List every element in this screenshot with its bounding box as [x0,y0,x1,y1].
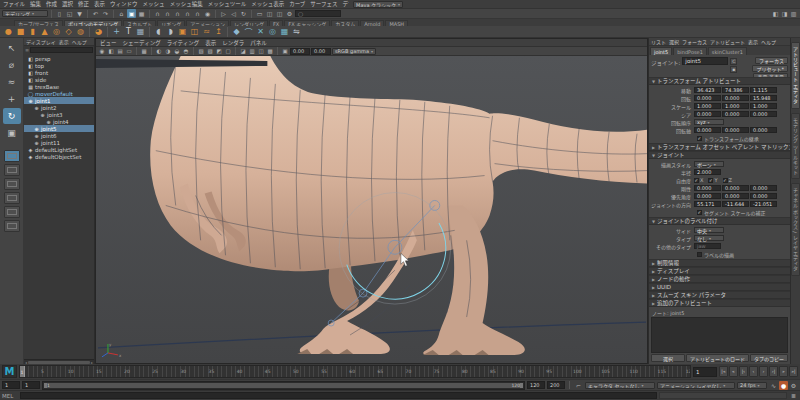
attribute-section-header[interactable]: ▼ジョイント [649,151,790,159]
attribute-editor-button[interactable]: 選択 [651,354,685,362]
snap-to-view-plane-icon[interactable]: ∩ [193,9,202,18]
outliner-item[interactable]: ▦trexBase [24,83,94,90]
outliner-item[interactable]: ⊕joint3 [24,111,94,118]
attribute-value-field[interactable]: 1.115 [750,87,777,93]
outliner-item[interactable]: ◈defaultLightSet [24,146,94,153]
layout-uv-persp[interactable] [4,220,20,232]
select-by-hierarchy-icon[interactable]: ⌂ [117,9,126,18]
attribute-value-field[interactable]: 0.000 [750,127,777,133]
image-plane-icon[interactable]: ▦ [135,26,146,37]
checkbox[interactable]: ✓ [708,178,713,183]
menu-item[interactable]: サーフェス [310,0,337,8]
lasso-tool-icon[interactable]: ⌀ [3,57,21,73]
command-line-input[interactable] [20,392,657,399]
attribute-section-header[interactable]: ▶ディスプレイ [649,267,790,275]
exposure-field[interactable]: 0.00 [290,48,310,55]
attribute-section-header[interactable]: ▶スムーズ スキン パラメータ [649,291,790,299]
select-by-component-icon[interactable]: ▦ [137,9,146,18]
menu-item[interactable]: 作成 [46,0,57,8]
range-handle-left[interactable] [44,383,47,388]
attribute-editor-menu-item[interactable]: フォーカス [682,38,707,45]
construction-history-icon[interactable]: ↻ [239,9,248,18]
wireframe-icon[interactable]: ▧ [197,47,205,55]
poly-sphere-icon[interactable]: ● [3,26,14,37]
outliner-item[interactable]: ◧persp [24,55,94,62]
attribute-editor-button[interactable]: アトリビュートのロード [686,354,749,362]
attribute-value-field[interactable]: 15.948 [750,95,777,101]
bookmarks-icon[interactable]: ▭ [125,47,133,55]
workspace-select[interactable]: Maya クラシック▾ [353,1,403,8]
select-camera-icon[interactable]: ◉ [98,47,106,55]
command-language-label[interactable]: MEL [2,393,18,399]
play-backwards-button[interactable]: ‹ [749,366,758,377]
outliner-item[interactable]: ⊕joint11 [24,139,94,146]
poly-cylinder-icon[interactable]: ▮ [27,26,38,37]
snap-to-grid-icon[interactable]: ∩ [153,9,162,18]
snap-to-projected-center-icon[interactable]: ∩ [183,9,192,18]
attribute-value-field[interactable]: 0.000 [722,193,749,199]
attribute-section-header[interactable]: ▼トランスフォーム アトリビュート [649,77,790,85]
sidebar-tab[interactable]: アトリビュート エディタ [791,42,800,109]
viewport-menu-item[interactable]: レンダラ [222,39,244,47]
render-settings-icon[interactable]: ⚙ [285,9,294,18]
target-weld-icon[interactable]: ◎ [267,26,278,37]
attribute-value-field[interactable]: 74.386 [722,87,749,93]
image-plane-icon[interactable]: ▦ [140,47,148,55]
attribute-value-field[interactable]: 1.000 [722,103,749,109]
input-connections-icon[interactable]: ▷ [219,9,228,18]
open-scene-icon[interactable]: ◱ [65,9,74,18]
outliner-menu-item[interactable]: 表示 [59,38,69,45]
poly-plane-icon[interactable]: ◇ [63,26,74,37]
snap-to-curve-icon[interactable]: ∩ [163,9,172,18]
outliner-item[interactable]: ◈defaultObjectSet [24,153,94,160]
attribute-select[interactable]: xyz▾ [694,119,724,125]
preferences-icon[interactable]: ⚙ [789,381,798,390]
layout-persp-graph[interactable] [4,206,20,218]
attribute-section-header[interactable]: ▶追加のアトリビュート [649,299,790,307]
menu-item[interactable]: カーブ [289,0,305,8]
menu-item[interactable]: メッシュ編集 [170,0,203,8]
undo-icon[interactable]: ↶ [91,9,100,18]
outliner-item[interactable]: ⊕joint4 [24,118,94,125]
mirror-icon[interactable]: ⇋ [291,26,302,37]
multi-cut-icon[interactable]: ✕ [255,26,266,37]
menu-item[interactable]: 選択 [62,0,73,8]
boolean-union-icon[interactable]: ◖ [153,26,164,37]
attribute-editor-button[interactable]: タブのコピー [750,354,788,362]
menu-item[interactable]: 修正 [78,0,89,8]
smooth-icon[interactable]: ≈ [201,26,212,37]
attribute-value-field[interactable]: 0.000 [694,185,721,191]
script-editor-icon[interactable]: ≣ [789,392,798,400]
step-back-key-button[interactable]: |‹ [739,366,748,377]
attribute-value-field[interactable]: 36.423 [694,87,721,93]
textured-icon[interactable]: ◩ [215,47,223,55]
attribute-value-field[interactable]: 1.000 [694,103,721,109]
paint-select-tool-icon[interactable]: ≈ [3,74,21,90]
playback-start-field[interactable]: 1 [22,381,40,389]
playback-end-field[interactable]: 120 [527,381,545,389]
render-view-icon[interactable]: ▭ [255,9,264,18]
move-tool-icon[interactable]: + [3,91,21,107]
viewport-menu-item[interactable]: ビュー [100,39,117,47]
go-to-start-button[interactable]: |« [719,366,728,377]
attribute-value-field[interactable]: 0.000 [722,127,749,133]
viewport-menu-item[interactable]: ライティング [167,39,200,47]
field-chart-icon[interactable]: ▥ [248,47,256,55]
menu-item[interactable]: ウィンドウ [110,0,138,8]
outliner-item[interactable]: ⊕joint5 [24,125,94,132]
attribute-editor-menu-item[interactable]: アトリビュート [710,38,745,45]
poly-torus-icon[interactable]: ◎ [51,26,62,37]
menu-item[interactable]: ファイル [3,0,25,8]
set-key-icon[interactable]: ⌐ [574,381,583,390]
attribute-section-header[interactable]: ▶UUID [649,283,790,291]
character-set-select[interactable]: キャラクタ セットなし▾ [585,382,655,389]
two-sided-lighting-icon[interactable]: ◐ [155,47,163,55]
viewport-menu-item[interactable]: シェーディング [123,39,161,47]
checkbox[interactable] [697,252,702,257]
bridge-icon[interactable]: ⌒ [243,26,254,37]
poly-cone-icon[interactable]: ▲ [39,26,50,37]
attribute-value-field[interactable]: 0.000 [694,193,721,199]
attribute-value-field[interactable]: 0.000 [750,111,777,117]
ambient-occlusion-icon[interactable]: ◒ [173,47,181,55]
motion-blur-icon[interactable]: ◓ [182,47,190,55]
